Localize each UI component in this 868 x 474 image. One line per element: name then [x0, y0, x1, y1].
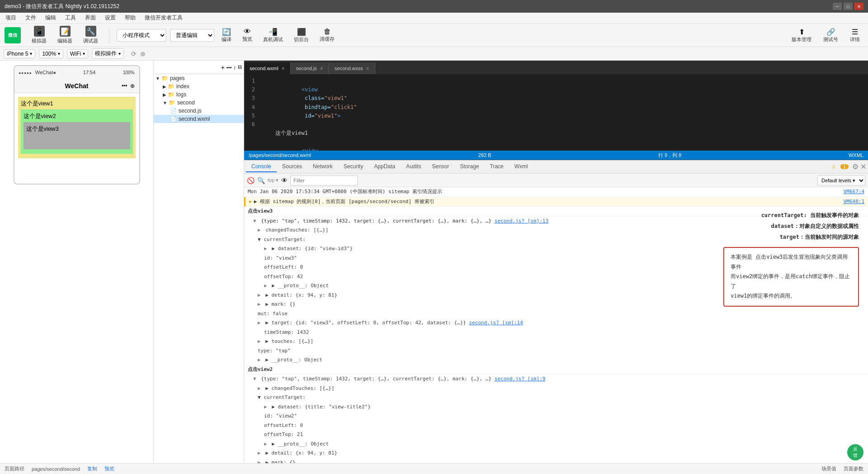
- log-detail-2: ▶ ▶ detail: {x: 94, y: 81}: [244, 449, 868, 458]
- phone-view3[interactable]: 这个是view3: [24, 122, 130, 149]
- second-toolbar: iPhone 5 ▾ 100% ▾ WiFi ▾ 模拟操作 ▾ ⟳ ⊕: [0, 47, 868, 61]
- log-link-3[interactable]: second.js? [sm]:13: [495, 218, 548, 224]
- tab-trace[interactable]: Trace: [485, 161, 509, 172]
- simulator-button[interactable]: 📱 模拟器: [28, 24, 50, 46]
- tree-second-js[interactable]: 📄 second.js: [154, 107, 244, 115]
- log-link-4[interactable]: second.js? [sm]:14: [469, 320, 523, 326]
- menu-tools[interactable]: 工具: [63, 13, 78, 23]
- preview-button[interactable]: 👁 预览: [239, 26, 256, 44]
- expand-icon-d1[interactable]: ▶: [258, 292, 261, 298]
- tree-logs[interactable]: ▶ 📁 logs: [154, 90, 244, 99]
- tab-audits[interactable]: Audits: [401, 161, 426, 172]
- file-tree-options[interactable]: •••: [226, 65, 232, 70]
- device-select[interactable]: iPhone 5 ▾: [4, 49, 35, 58]
- version-manager-button[interactable]: ⬆ 版本管理: [788, 26, 815, 45]
- rotate-button[interactable]: ⟳: [131, 50, 137, 57]
- expand-icon-p3[interactable]: ▶: [264, 441, 267, 447]
- devtools-close-icon[interactable]: ✕: [860, 162, 866, 171]
- tab-wxml[interactable]: Wxml: [509, 161, 533, 172]
- console-content[interactable]: Mon Jan 06 2020 17:53:34 GMT+0800 (中国标准时…: [244, 187, 868, 463]
- log-link-1[interactable]: VM667:4: [844, 188, 864, 196]
- expand-icon-2[interactable]: ▼: [253, 376, 256, 382]
- status-preview-button[interactable]: 预览: [104, 465, 114, 472]
- status-scene-label: 场景值: [821, 465, 836, 472]
- title-controls: ─ □ ✕: [833, 3, 863, 10]
- console-eye-icon[interactable]: 👁: [281, 177, 288, 184]
- log-link-2[interactable]: VM648:1: [844, 198, 864, 206]
- real-test-button[interactable]: 📲 真机调试: [259, 26, 287, 45]
- tab-storage[interactable]: Storage: [455, 161, 485, 172]
- close-button[interactable]: ✕: [854, 3, 863, 10]
- status-copy-button[interactable]: 复制: [87, 465, 97, 472]
- log-link-5[interactable]: second.js? [sm]:9: [495, 376, 546, 382]
- compile-button[interactable]: 🔄 编译: [218, 26, 235, 45]
- compile-select[interactable]: 普通编辑: [170, 29, 214, 42]
- menu-edit[interactable]: 编辑: [43, 13, 58, 23]
- add-file-button[interactable]: +: [221, 64, 225, 71]
- tree-second[interactable]: ▼ 📁 second: [154, 99, 244, 107]
- log-text-click-view2: 点击view2: [248, 366, 864, 374]
- tab-sources[interactable]: Sources: [277, 161, 307, 172]
- file-tree-sort[interactable]: ↕: [234, 65, 236, 70]
- zoom-in-button[interactable]: ⊕: [140, 50, 146, 57]
- tab-second-wxml[interactable]: second.wxml ✕: [244, 62, 291, 74]
- console-filter-input[interactable]: [290, 175, 358, 185]
- tab-network[interactable]: Network: [307, 161, 338, 172]
- expand-icon-to1[interactable]: ▶: [258, 338, 261, 344]
- expand-icon-p2[interactable]: ▶: [258, 357, 261, 363]
- zoom-select[interactable]: 100% ▾: [39, 49, 63, 58]
- log-mut-1: mut: false: [244, 309, 868, 319]
- tab-close-wxss[interactable]: ✕: [366, 66, 369, 71]
- minimize-button[interactable]: ─: [833, 3, 842, 10]
- tab-appdata[interactable]: AppData: [368, 161, 401, 172]
- menu-help[interactable]: 帮助: [123, 13, 137, 23]
- expand-icon-1[interactable]: ▼: [253, 218, 256, 224]
- clear-button[interactable]: 🗑 清缓存: [316, 26, 338, 44]
- expand-icon-ds2[interactable]: ▶: [264, 404, 267, 410]
- menu-wechat-devtools[interactable]: 微信开发者工具: [143, 13, 184, 23]
- feedback-button[interactable]: 反 馈: [847, 444, 863, 460]
- expand-icon-t1[interactable]: ▶: [258, 320, 261, 326]
- menu-file[interactable]: 文件: [24, 13, 38, 23]
- devtools-settings-icon[interactable]: ⚙: [852, 162, 859, 171]
- editor-button[interactable]: 📝 编辑器: [54, 24, 76, 46]
- file-tree-collapse[interactable]: ⊟: [238, 64, 242, 70]
- mode-select[interactable]: 小程序模式: [117, 29, 166, 42]
- expand-icon-ct2[interactable]: ▶: [258, 385, 261, 391]
- tab-second-wxss[interactable]: second.wxss ✕: [329, 62, 375, 74]
- expand-icon-m1[interactable]: ▶: [258, 301, 261, 307]
- background-button[interactable]: ⬛ 切后台: [290, 26, 312, 45]
- menu-interface[interactable]: 界面: [83, 13, 98, 23]
- expand-icon-p1[interactable]: ▶: [264, 283, 267, 289]
- detail-button[interactable]: ☰ 详情: [846, 26, 863, 45]
- debugger-button[interactable]: 🔧 调试器: [80, 24, 102, 46]
- maximize-button[interactable]: □: [844, 3, 853, 10]
- menu-project[interactable]: 项目: [4, 13, 18, 23]
- tab-sensor[interactable]: Sensor: [427, 161, 455, 172]
- code-editor[interactable]: <view class="view1" bindtap="click1" id=…: [259, 74, 868, 151]
- tab-security[interactable]: Security: [338, 161, 368, 172]
- tree-pages[interactable]: ▼ 📁 pages: [154, 74, 244, 82]
- tab-console[interactable]: Console: [246, 161, 277, 172]
- tree-index[interactable]: ▶ 📁 index: [154, 82, 244, 90]
- expand-icon-d2[interactable]: ▶: [258, 450, 261, 456]
- tree-second-wxml[interactable]: 📄 second.wxml: [154, 115, 244, 123]
- phone-content[interactable]: 这个是view1 这个是view2 这个是view3: [14, 93, 139, 184]
- expand-icon-ds1[interactable]: ▶: [264, 246, 267, 251]
- mode-select-2[interactable]: 模拟操作 ▾: [92, 48, 124, 59]
- menu-settings[interactable]: 设置: [103, 13, 118, 23]
- expand-icon-ct1[interactable]: ▶: [258, 227, 261, 233]
- tab-close-js[interactable]: ✕: [320, 66, 323, 71]
- phone-view2[interactable]: 这个是view2 这个是view3: [21, 109, 133, 154]
- log-level-select[interactable]: Default levels ▾: [817, 175, 865, 185]
- tab-second-js[interactable]: second.js ✕: [291, 62, 329, 74]
- expand-icon-m2[interactable]: ▶: [258, 460, 261, 464]
- phone-view1[interactable]: 这个是view1 这个是view2 这个是view3: [18, 97, 136, 158]
- network-select[interactable]: WiFi ▾: [67, 49, 88, 58]
- test-account-button[interactable]: 🔗 测试号: [820, 26, 842, 45]
- file-tree-panel: + ••• ↕ ⊟ ▼ 📁 pages ▶ 📁 index ▶ 📁 logs ▼…: [154, 61, 244, 463]
- console-top-select[interactable]: top ▾: [268, 177, 278, 183]
- console-clear-button[interactable]: 🚫: [247, 177, 255, 184]
- console-filter-icon[interactable]: 🔍: [257, 177, 265, 184]
- tab-close-wxml[interactable]: ✕: [281, 66, 285, 71]
